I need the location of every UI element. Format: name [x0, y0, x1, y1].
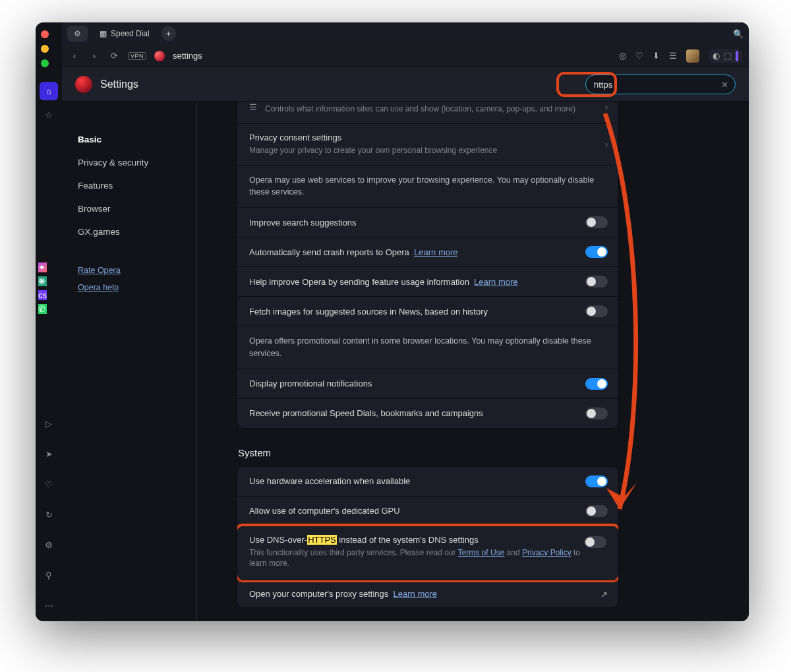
toggle-crash-reports[interactable] [585, 246, 608, 258]
settings-nav: Basic Privacy & security Features Browse… [62, 102, 197, 621]
toggle-improve-search[interactable] [585, 216, 608, 228]
tabs-search-icon[interactable]: 🔍 [733, 29, 744, 39]
toggle-doh[interactable] [584, 536, 606, 548]
toggle-gpu[interactable] [585, 505, 608, 517]
promo-speed-label: Receive promotional Speed Dials, bookmar… [249, 408, 585, 418]
row-doh: Use DNS-over-HTTPS instead of the system… [237, 526, 618, 580]
row-gpu: Allow use of computer's dedicated GPU [237, 496, 618, 526]
terms-of-use-link[interactable]: Terms of Use [458, 548, 505, 557]
far-left-sidebar: ⌂ ☆ ▷ ➤ ♡ ↻ ⚙ ⚲ ⋯ [36, 22, 62, 621]
sidebar-app-chatgpt[interactable]: ❋ [38, 276, 47, 286]
extensions-pill[interactable]: ◐ ⬚ [709, 49, 742, 63]
nav-basic[interactable]: Basic [78, 128, 196, 151]
player-icon[interactable]: ▷ [40, 414, 58, 433]
link-rate-opera[interactable]: Rate Opera [78, 262, 196, 279]
back-icon[interactable]: ‹ [69, 51, 80, 61]
row-hw-accel: Use hardware acceleration when available [237, 467, 618, 496]
external-link-icon: ↗ [601, 590, 608, 599]
address-bar: ‹ › ⟳ VPN settings ◎ ♡ ⬇ ☰ ◐ ⬚ [62, 45, 749, 67]
tab-settings[interactable]: ⚙ [67, 26, 88, 42]
tab-bar: ⚙ ▦ Speed Dial ＋ 🔍 [62, 22, 749, 45]
services-note-text: Opera may use web services to improve yo… [249, 174, 606, 199]
hw-accel-label: Use hardware acceleration when available [249, 476, 585, 486]
doh-title: Use DNS-over-HTTPS instead of the system… [249, 535, 584, 545]
grid-icon: ▦ [100, 29, 107, 38]
promo-notif-label: Display promotional notifications [249, 379, 585, 388]
hint-icon[interactable]: ⚲ [40, 566, 58, 584]
sidebar-app-aria[interactable]: ✦ [38, 262, 47, 272]
downloads-icon[interactable]: ⬇ [653, 51, 660, 61]
privacy-policy-link[interactable]: Privacy Policy [522, 548, 571, 557]
sidebar-toggle-icon [736, 51, 738, 61]
window-traffic-lights[interactable] [41, 30, 49, 67]
sidebar-app-whatsapp[interactable]: ✆ [38, 304, 47, 314]
row-improve-search: Improve search suggestions [237, 207, 618, 237]
opera-logo-icon [75, 76, 92, 93]
proxy-label: Open your computer's proxy settings Lear… [249, 589, 606, 599]
nav-features[interactable]: Features [78, 174, 196, 197]
gpu-label: Allow use of computer's dedicated GPU [249, 506, 585, 516]
close-window-icon[interactable] [41, 30, 49, 38]
row-site-settings[interactable]: ☰ Controls what information sites can us… [237, 102, 618, 123]
gear-icon: ⚙ [74, 29, 81, 38]
toggle-promo-notif[interactable] [585, 378, 608, 390]
row-promo-note: Opera offers promotional content in some… [237, 326, 618, 369]
nav-browser[interactable]: Browser [78, 197, 196, 220]
proxy-learn-more-link[interactable]: Learn more [394, 589, 437, 599]
crash-learn-more-link[interactable]: Learn more [414, 247, 457, 257]
sliders-icon: ☰ [249, 102, 257, 115]
toggle-help-improve[interactable] [585, 276, 608, 288]
system-heading: System [238, 447, 716, 458]
settings-content[interactable]: 2 results ☰ Controls what information si… [197, 102, 749, 621]
help-improve-learn-more-link[interactable]: Learn more [474, 277, 517, 287]
row-promo-speed: Receive promotional Speed Dials, bookmar… [237, 398, 618, 428]
new-tab-button[interactable]: ＋ [161, 26, 176, 41]
link-opera-help[interactable]: Opera help [78, 279, 196, 296]
tab-speed-dial[interactable]: ▦ Speed Dial [93, 26, 156, 42]
pinboard-icon[interactable]: ☆ [40, 106, 58, 124]
history-icon[interactable]: ↻ [40, 505, 58, 524]
flow-icon[interactable]: ➤ [40, 444, 58, 463]
page-title: Settings [100, 78, 138, 90]
easy-setup-icon[interactable]: ☰ [669, 51, 677, 61]
vpn-badge[interactable]: VPN [128, 52, 146, 60]
home-icon[interactable]: ⌂ [40, 82, 58, 100]
more-icon[interactable]: ⋯ [40, 596, 58, 615]
fullscreen-window-icon[interactable] [41, 59, 49, 67]
forward-icon[interactable]: › [88, 51, 100, 61]
toggle-promo-speed[interactable] [585, 408, 608, 419]
chevron-right-icon: › [605, 103, 608, 112]
minimise-window-icon[interactable] [41, 45, 49, 53]
row-services-note: Opera may use web services to improve yo… [237, 165, 618, 208]
row-privacy-consent[interactable]: Privacy consent settings Manage your pri… [237, 123, 618, 165]
extension-icon: ◐ [713, 51, 720, 61]
heart-icon[interactable]: ♡ [40, 475, 58, 493]
sidebar-app-chatsonic[interactable]: cs [38, 290, 47, 300]
row-promo-notif: Display promotional notifications [237, 369, 618, 398]
profile-avatar[interactable] [686, 49, 699, 63]
row-privacy-consent-title: Privacy consent settings [249, 133, 592, 142]
reload-icon[interactable]: ⟳ [108, 51, 120, 61]
settings-search-input[interactable] [594, 80, 721, 90]
address-text[interactable]: settings [173, 51, 202, 61]
fetch-images-label: Fetch images for suggested sources in Ne… [249, 307, 585, 317]
row-privacy-consent-sub: Manage your privacy to create your own p… [249, 145, 592, 156]
privacy-panel: 2 results ☰ Controls what information si… [237, 102, 619, 429]
help-improve-label: Help improve Opera by sending feature us… [249, 277, 585, 287]
nav-gxgames[interactable]: GX.games [78, 220, 196, 243]
doh-sub: This functionality uses third party serv… [249, 547, 584, 570]
system-panel: Use hardware acceleration when available… [237, 466, 619, 609]
browser-window: ⌂ ☆ ▷ ➤ ♡ ↻ ⚙ ⚲ ⋯ ⚙ ▦ Speed Dial ＋ 🔍 ‹ › [36, 22, 749, 621]
row-crash-reports: Automatically send crash reports to Oper… [237, 237, 618, 266]
snapshot-icon[interactable]: ◎ [619, 51, 626, 61]
row-proxy[interactable]: Open your computer's proxy settings Lear… [237, 580, 618, 607]
heart-outline-icon[interactable]: ♡ [635, 51, 643, 61]
settings-gear-icon[interactable]: ⚙ [40, 535, 58, 554]
nav-privacy[interactable]: Privacy & security [78, 151, 196, 174]
crash-label: Automatically send crash reports to Oper… [249, 247, 585, 257]
row-site-settings-sub: Controls what information sites can use … [265, 104, 575, 115]
toggle-fetch-images[interactable] [585, 305, 608, 317]
row-help-improve: Help improve Opera by sending feature us… [237, 266, 618, 296]
toggle-hw-accel[interactable] [585, 475, 608, 487]
clear-search-icon[interactable]: ✕ [721, 80, 728, 90]
